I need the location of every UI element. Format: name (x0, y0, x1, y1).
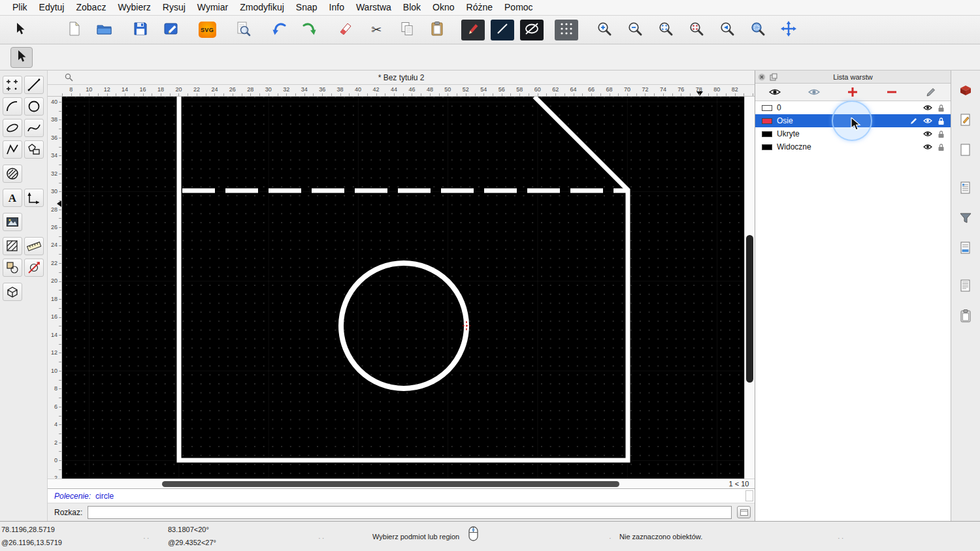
ruler-number: 4 (54, 421, 57, 428)
image-tool-button[interactable] (3, 213, 22, 231)
menu-item-warstwa[interactable]: Warstwa (350, 0, 397, 15)
menu-item-pomoc[interactable]: Pomoc (498, 0, 539, 15)
document-title-bar: * Bez tytułu 2 (48, 71, 755, 85)
active-select-tool-button[interactable] (10, 47, 33, 68)
arcs-tool-button[interactable] (3, 97, 22, 116)
redo-button[interactable] (297, 19, 322, 41)
circles-tool-button[interactable] (24, 97, 44, 116)
line-attributes-button[interactable] (491, 20, 514, 40)
layer-visibility-icon[interactable] (921, 104, 934, 111)
layer-lock-icon[interactable] (934, 117, 948, 125)
copy-button[interactable] (395, 19, 419, 41)
float-panel-icon[interactable] (770, 73, 777, 82)
cut-button[interactable]: ✂ (364, 19, 389, 41)
new-file-button[interactable] (61, 19, 86, 41)
hatch-circle-tool-button[interactable] (3, 165, 22, 183)
explode-tool-button[interactable] (24, 259, 44, 277)
layer-visibility-icon[interactable] (921, 118, 934, 124)
remove-layer-button[interactable] (872, 84, 911, 101)
command-history-dock-button[interactable] (955, 275, 977, 297)
grid-toggle-button[interactable] (555, 20, 578, 40)
layer-list-dock-button[interactable] (955, 177, 977, 199)
layer-lock-icon[interactable] (934, 143, 948, 151)
lines-tool-button[interactable] (24, 76, 44, 94)
menu-item-plik[interactable]: Plik (7, 0, 33, 15)
horizontal-scrollbar-thumb[interactable] (162, 481, 619, 487)
save-file-button[interactable] (128, 19, 153, 41)
points-tool-button[interactable] (3, 76, 22, 94)
zoom-in-button[interactable] (592, 19, 617, 41)
add-layer-button[interactable] (834, 84, 873, 101)
text-tool-button[interactable]: A (3, 189, 22, 207)
document-page-dock-button[interactable] (955, 139, 977, 161)
delete-button[interactable] (333, 19, 358, 41)
scissors-icon: ✂ (371, 24, 382, 36)
menu-item-okno[interactable]: Okno (427, 0, 460, 15)
library-browser-dock-button[interactable] (955, 109, 977, 131)
menu-item-snap[interactable]: Snap (290, 0, 323, 15)
ruler-number: 10 (86, 86, 92, 93)
circle-entity[interactable] (341, 263, 466, 388)
toggle-construction-visibility-button[interactable] (794, 84, 834, 101)
layer-lock-icon[interactable] (934, 130, 948, 138)
horizontal-scrollbar[interactable] (62, 479, 723, 488)
filter-dock-button[interactable] (955, 207, 977, 229)
shapes-tool-button[interactable] (24, 140, 44, 159)
zoom-previous-button[interactable] (715, 19, 740, 41)
menu-item-info[interactable]: Info (323, 0, 350, 15)
menu-item-rysuj[interactable]: Rysuj (157, 0, 191, 15)
zoom-pan-button[interactable] (776, 19, 801, 41)
ruler-number: 80 (713, 86, 720, 93)
toggle-all-visibility-button[interactable] (755, 84, 794, 101)
ellipse-attributes-button[interactable] (520, 20, 544, 40)
layer-row-osie[interactable]: Osie (755, 114, 951, 127)
dimensions-tool-button[interactable] (24, 189, 44, 207)
menu-item-zobacz[interactable]: Zobacz (70, 0, 112, 15)
pen-attributes-button[interactable] (461, 20, 485, 40)
zoom-window-button[interactable] (745, 19, 770, 41)
layer-visibility-icon[interactable] (921, 144, 934, 150)
open-file-button[interactable] (92, 19, 117, 41)
menu-item-wybierz[interactable]: Wybierz (112, 0, 156, 15)
edit-layer-button[interactable] (911, 84, 951, 101)
block-list-dock-button[interactable] (955, 79, 977, 101)
dimensions-dock-button[interactable] (955, 237, 977, 259)
close-icon[interactable] (758, 73, 766, 82)
menu-item-zmodyfikuj[interactable]: Zmodyfikuj (234, 0, 290, 15)
zoom-auto-button[interactable] (653, 19, 678, 41)
vertical-scrollbar-thumb[interactable] (746, 235, 753, 383)
zoom-redraw-button[interactable] (684, 19, 709, 41)
select-arrow-button[interactable] (8, 19, 33, 41)
command-history-scrollbar[interactable] (745, 490, 753, 501)
layer-edit-pencil-icon[interactable] (907, 117, 921, 125)
command-input[interactable] (88, 506, 732, 519)
drawing-canvas[interactable] (62, 97, 744, 479)
paste-button[interactable] (425, 19, 450, 41)
polylines-tool-button[interactable] (3, 140, 22, 159)
ellipses-tool-button[interactable] (3, 119, 22, 137)
layer-row-ukryte[interactable]: Ukryte (755, 127, 951, 140)
layer-visibility-icon[interactable] (921, 131, 934, 137)
drawing-outline[interactable] (179, 97, 628, 460)
ruler-number: 38 (337, 86, 344, 93)
modify-tool-button[interactable] (3, 259, 22, 277)
menu-item-wymiar[interactable]: Wymiar (191, 0, 234, 15)
splines-tool-button[interactable] (24, 119, 44, 137)
hatch-tool-button[interactable] (3, 237, 22, 255)
layer-lock-icon[interactable] (934, 104, 948, 112)
layer-row-widoczne[interactable]: Widoczne (755, 140, 951, 153)
undo-button[interactable] (267, 19, 291, 41)
edit-drawing-button[interactable] (159, 19, 184, 41)
3d-box-tool-button[interactable] (3, 283, 22, 301)
print-preview-button[interactable] (231, 19, 255, 41)
measure-tool-button[interactable] (24, 237, 44, 255)
menu-item-blok[interactable]: Blok (397, 0, 427, 15)
vertical-scrollbar[interactable] (744, 97, 755, 479)
menu-item-różne[interactable]: Różne (461, 0, 498, 15)
clipboard-dock-button[interactable] (955, 305, 977, 327)
zoom-out-button[interactable] (623, 19, 647, 41)
command-dock-detach-button[interactable] (737, 506, 751, 518)
export-svg-button[interactable]: SVG (195, 19, 220, 41)
layer-row-0[interactable]: 0 (755, 101, 951, 114)
menu-item-edytuj[interactable]: Edytuj (33, 0, 71, 15)
